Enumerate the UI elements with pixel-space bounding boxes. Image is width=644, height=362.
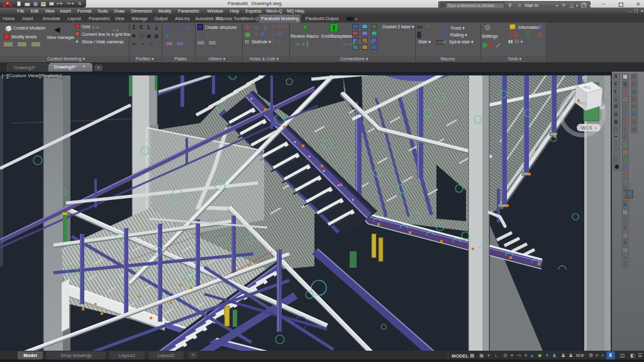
- svg-text:WCS: WCS: [581, 125, 592, 131]
- svg-text:▾: ▾: [595, 126, 597, 130]
